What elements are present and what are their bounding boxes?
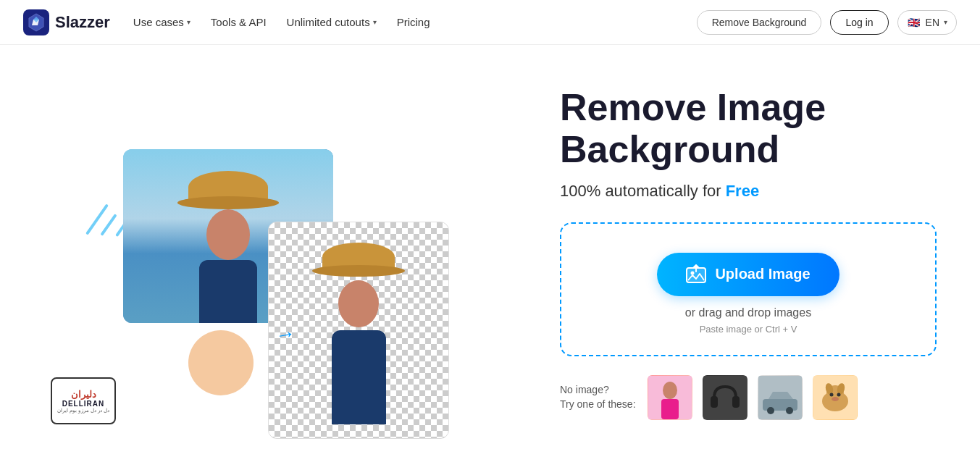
svg-point-4 bbox=[663, 382, 677, 399]
nav-links: Use cases ▾ Tools & API Unlimited cutout… bbox=[133, 16, 430, 28]
delliran-fa-text: دلیران bbox=[71, 389, 96, 400]
svg-point-19 bbox=[837, 393, 840, 396]
sample-thumbnails bbox=[646, 374, 859, 421]
result-photo bbox=[268, 222, 449, 439]
lang-chevron-icon: ▾ bbox=[944, 18, 947, 26]
svg-point-18 bbox=[829, 393, 833, 396]
svg-point-12 bbox=[786, 407, 793, 414]
chevron-down-icon: ▾ bbox=[187, 18, 190, 26]
delliran-badge: دلیران DELLIRAN دل در دل مرز و بوم ایران bbox=[51, 377, 116, 424]
language-selector[interactable]: 🇬🇧 EN ▾ bbox=[897, 10, 957, 35]
lang-label: EN bbox=[926, 17, 939, 28]
svg-rect-8 bbox=[732, 396, 740, 408]
decorative-circle bbox=[188, 330, 254, 395]
upload-image-button[interactable]: Upload Image bbox=[657, 253, 839, 296]
delliran-sub-text: دل در دل مرز و بوم ایران bbox=[57, 408, 110, 414]
svg-point-11 bbox=[767, 407, 774, 414]
before-after-arrow: → bbox=[273, 322, 297, 348]
svg-rect-6 bbox=[703, 376, 747, 419]
hero-title: Remove Image Background bbox=[560, 87, 937, 169]
right-cta-section: Remove Image Background 100% automatical… bbox=[545, 87, 937, 421]
login-button[interactable]: Log in bbox=[830, 10, 888, 35]
main-content: → دلیران DELLIRAN دل در دل مرز و بوم ایر… bbox=[0, 45, 980, 449]
hero-subtitle: 100% automatically for Free bbox=[560, 182, 937, 201]
navbar: Slazzer Use cases ▾ Tools & API Unlimite… bbox=[0, 0, 980, 45]
person-with-hat bbox=[177, 171, 279, 323]
chevron-down-icon-2: ▾ bbox=[373, 18, 377, 26]
headphone-thumb-image bbox=[703, 375, 747, 420]
svg-point-2 bbox=[691, 271, 695, 274]
car-thumb-image bbox=[758, 375, 803, 420]
flag-icon: 🇬🇧 bbox=[907, 15, 921, 30]
svg-rect-5 bbox=[661, 399, 679, 419]
paste-text: Paste image or Ctrl + V bbox=[583, 324, 913, 335]
sample-thumb-woman[interactable] bbox=[646, 374, 694, 421]
slazzer-logo-icon bbox=[23, 9, 49, 35]
remove-background-button[interactable]: Remove Background bbox=[697, 10, 822, 35]
navbar-left: Slazzer Use cases ▾ Tools & API Unlimite… bbox=[23, 9, 430, 35]
nav-unlimited-cutouts[interactable]: Unlimited cutouts ▾ bbox=[287, 16, 377, 28]
free-label: Free bbox=[726, 182, 759, 200]
left-demo-section: → دلیران DELLIRAN دل در دل مرز و بوم ایر… bbox=[43, 77, 442, 432]
svg-point-20 bbox=[832, 397, 839, 401]
logo[interactable]: Slazzer bbox=[23, 9, 110, 35]
upload-icon bbox=[686, 264, 706, 285]
decorative-lines bbox=[94, 200, 124, 242]
woman-thumb-image bbox=[648, 375, 692, 420]
sample-thumb-car[interactable] bbox=[756, 374, 804, 421]
sample-thumb-headphones[interactable] bbox=[701, 374, 749, 421]
upload-dropzone[interactable]: Upload Image or drag and drop images Pas… bbox=[560, 222, 937, 356]
result-person bbox=[311, 243, 406, 438]
logo-text: Slazzer bbox=[55, 13, 110, 32]
dog-thumb-image bbox=[813, 375, 858, 420]
nav-tools-api[interactable]: Tools & API bbox=[211, 16, 267, 28]
sample-label: No image? Try one of these: bbox=[560, 383, 636, 411]
nav-use-cases[interactable]: Use cases ▾ bbox=[133, 16, 190, 28]
sample-thumb-dog[interactable] bbox=[811, 374, 859, 421]
svg-rect-7 bbox=[711, 396, 718, 408]
sample-section: No image? Try one of these: bbox=[560, 374, 937, 421]
navbar-right: Remove Background Log in 🇬🇧 EN ▾ bbox=[697, 10, 957, 35]
nav-pricing[interactable]: Pricing bbox=[397, 16, 430, 28]
drag-drop-text: or drag and drop images bbox=[583, 306, 913, 319]
delliran-en-text: DELLIRAN bbox=[62, 400, 105, 408]
